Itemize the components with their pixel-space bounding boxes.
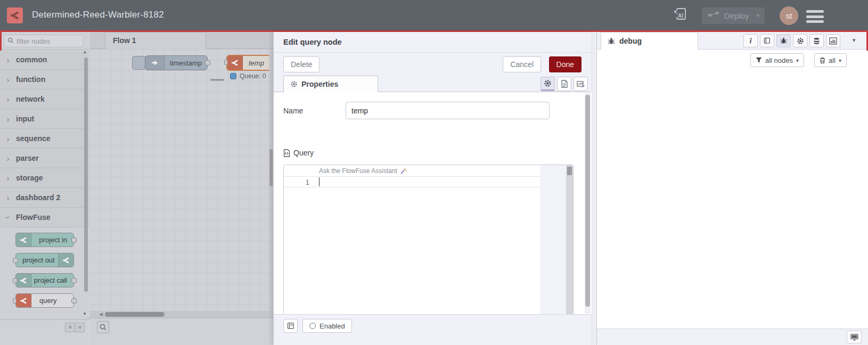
user-avatar[interactable]: st [780,6,798,25]
chevron-down-icon: › [4,213,13,221]
sidebar-options-caret-icon[interactable]: ▾ [853,37,856,44]
zoom-search-button[interactable] [97,321,109,333]
palette-category-common[interactable]: ›common [0,50,89,70]
tab-properties[interactable]: Properties [283,76,378,92]
output-port[interactable] [205,60,210,65]
filter-nodes-input[interactable] [17,37,75,45]
palette-node-project-in[interactable]: project in [15,233,74,247]
sidebar-context-button[interactable] [809,34,824,47]
double-chevron-up-icon: » [66,325,74,328]
deploy-options-caret-icon[interactable]: ▾ [757,12,760,19]
info-icon: i [749,36,751,45]
collapse-all-button[interactable]: » [65,323,75,332]
caret-down-icon: ▾ [796,58,799,63]
query-node-icon [227,56,243,70]
scrollbar-thumb[interactable] [567,167,572,175]
deploy-button[interactable]: Deploy ▾ [702,7,765,24]
gear-icon [544,79,552,87]
chevron-right-icon: › [0,134,16,143]
node-status-text: Queue: 0 [240,72,266,80]
editor-scrollbar[interactable] [566,165,573,317]
palette-node-project-call[interactable]: project call [15,273,74,288]
tab-appearance-button[interactable] [574,77,588,91]
palette-search-box[interactable] [4,35,84,47]
name-input[interactable] [346,102,550,119]
done-button[interactable]: Done [549,56,582,72]
edit-tray-toolbar: Delete Cancel Done [274,53,591,75]
editor-minimap [540,165,566,317]
assistant-placeholder[interactable]: Ask the FlowFuse Assistant [319,167,407,175]
canvas-horizontal-scrollbar[interactable]: ◀ [89,311,273,318]
scroll-left-icon[interactable]: ◀ [99,311,103,317]
document-icon [561,80,568,88]
form-scrollbar[interactable] [585,93,591,314]
node-enabled-toggle[interactable]: Enabled [302,319,352,333]
sidebar-dashboard-button[interactable] [826,34,840,47]
svg-text:AI: AI [678,13,683,19]
node-status-icon [230,73,236,79]
text-cursor [319,177,320,186]
output-port [71,278,77,283]
inject-trigger-button[interactable] [132,56,146,70]
palette-category-input[interactable]: ›input [0,109,89,129]
palette-category-network[interactable]: ›network [0,89,89,109]
tab-flow-1[interactable]: Flow 1 [105,32,206,49]
scrollbar-thumb[interactable] [105,312,165,317]
tab-properties-icon-button[interactable] [541,77,555,91]
search-icon [7,36,14,46]
palette-category-list: ›common ›function ›network ›input ›seque… [0,50,89,319]
open-debug-window-button[interactable] [847,331,862,343]
flowfuse-logo-icon [7,7,23,23]
funnel-icon [756,57,762,63]
delete-button[interactable]: Delete [283,56,320,72]
monitor-icon [850,334,858,341]
line-number: 1 [284,178,309,186]
main-menu-button[interactable] [806,10,824,23]
scroll-up-icon[interactable]: ▴ [84,49,86,54]
node-help-button[interactable] [283,319,298,333]
sidebar-splitter[interactable] [591,32,597,345]
palette-node-query[interactable]: query [15,293,74,308]
sidebar-info-button[interactable]: i [743,34,758,47]
palette-node-project-out[interactable]: project out [15,253,74,267]
flowfuse-node-group: project in project out project call [0,227,89,317]
trash-icon [820,57,825,64]
debug-sidebar: debug i ▾ all nodes ▾ [597,32,868,345]
cancel-button[interactable]: Cancel [503,56,541,72]
app-header: Determined-Reed-Warbler-8182 AI Deploy ▾… [0,0,868,32]
expand-all-button[interactable]: » [75,323,85,332]
debug-clear-button[interactable]: all ▾ [814,53,847,67]
tab-debug[interactable]: debug [601,32,698,50]
chevron-right-icon: › [0,55,16,64]
scrollbar-thumb[interactable] [269,149,273,186]
palette-category-function[interactable]: ›function [0,70,89,89]
sidebar-config-button[interactable] [793,34,807,47]
sidebar-help-button[interactable] [760,34,774,47]
query-code-editor[interactable]: Ask the FlowFuse Assistant 1 [283,165,574,318]
node-timestamp[interactable]: timestamp [145,55,208,70]
scroll-down-icon[interactable]: ▾ [84,311,86,316]
palette-category-sequence[interactable]: ›sequence [0,129,89,149]
chevron-right-icon: › [0,193,16,202]
palette-scrollbar[interactable]: ▴ ▾ [84,53,88,313]
node-temp-selected[interactable]: temp [226,55,273,71]
scrollbar-thumb[interactable] [585,95,590,307]
palette-category-dashboard2[interactable]: ›dashboard 2 [0,188,89,208]
palette-category-parser[interactable]: ›parser [0,149,89,168]
output-port [71,298,77,303]
query-field-row: Query [283,149,314,157]
palette-category-storage[interactable]: ›storage [0,168,89,188]
inject-arrow-icon [145,56,165,70]
debug-filter-button[interactable]: all nodes ▾ [750,53,804,67]
ai-assistant-button[interactable]: AI [671,6,690,24]
chevron-right-icon: › [0,75,16,84]
tab-description-button[interactable] [557,77,571,91]
canvas-vertical-scrollbar[interactable] [269,49,273,311]
sidebar-debug-button[interactable] [776,34,791,47]
deploy-node-icon [708,11,720,21]
palette-category-flowfuse[interactable]: ›FlowFuse [0,208,89,227]
palette-search-bar [0,32,89,50]
book-icon [287,322,294,330]
flow-canvas[interactable] [89,49,273,311]
query-node-icon [16,294,31,307]
